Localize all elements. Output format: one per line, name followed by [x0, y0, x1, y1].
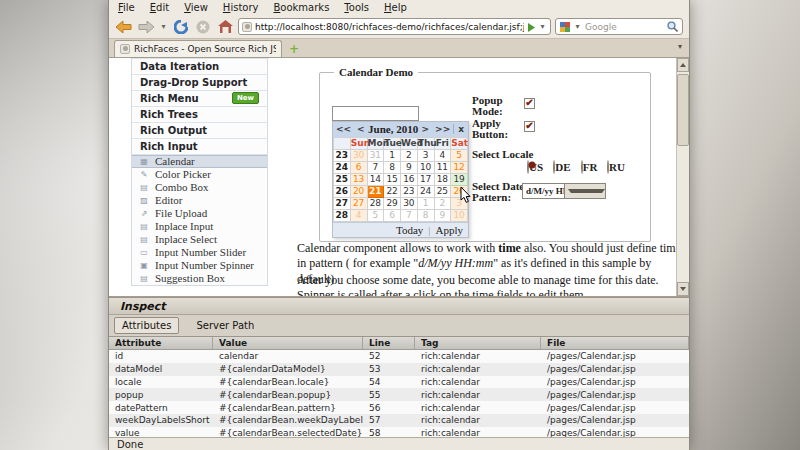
- locale-option-us[interactable]: US: [522, 161, 548, 173]
- search-placeholder[interactable]: Google: [585, 22, 664, 32]
- menu-help[interactable]: Help: [384, 2, 407, 13]
- day-cell-29[interactable]: 29: [384, 197, 401, 209]
- sidebar-item-inplace-input[interactable]: ▤Inplace Input: [132, 220, 267, 233]
- day-cell-12[interactable]: 12: [451, 161, 468, 173]
- tab-richfaces[interactable]: RichFaces - Open Source Rich JS...: [114, 40, 282, 57]
- sidebar-group-data-iteration[interactable]: Data Iteration: [132, 59, 267, 75]
- tab-attributes[interactable]: Attributes: [114, 317, 179, 334]
- date-pattern-select[interactable]: d/M/yy HH:mm: [522, 183, 606, 199]
- day-cell-31[interactable]: 31: [367, 149, 384, 161]
- day-cell-22[interactable]: 22: [384, 185, 401, 197]
- day-cell-19[interactable]: 19: [451, 173, 468, 185]
- locale-radio-fr[interactable]: [581, 160, 583, 174]
- day-cell-5[interactable]: 5: [367, 209, 384, 221]
- sidebar-group-rich-trees[interactable]: Rich Trees: [132, 107, 267, 123]
- menu-edit[interactable]: Edit: [150, 2, 169, 13]
- day-cell-16[interactable]: 16: [401, 173, 418, 185]
- day-cell-30[interactable]: 30: [401, 197, 418, 209]
- day-cell-7[interactable]: 7: [401, 209, 418, 221]
- next-year-button[interactable]: >>: [432, 124, 453, 134]
- list-all-tabs-icon[interactable]: ▾: [671, 42, 689, 57]
- day-cell-28[interactable]: 28: [367, 197, 384, 209]
- day-cell-1[interactable]: 1: [384, 149, 401, 161]
- day-cell-6[interactable]: 6: [384, 209, 401, 221]
- sidebar-item-input-number-slider[interactable]: ▭Input Number Slider: [132, 246, 267, 259]
- apply-button[interactable]: Apply: [436, 224, 464, 236]
- column-file[interactable]: File: [541, 337, 689, 349]
- sidebar-item-suggestion-box[interactable]: ▤Suggestion Box: [132, 272, 267, 285]
- day-cell-17[interactable]: 17: [417, 173, 434, 185]
- day-cell-24[interactable]: 24: [417, 185, 434, 197]
- sidebar-item-inplace-select[interactable]: ▤Inplace Select: [132, 233, 267, 246]
- day-cell-2[interactable]: 2: [401, 149, 418, 161]
- sidebar-item-file-upload[interactable]: ⇗File Upload: [132, 207, 267, 220]
- menu-file[interactable]: File: [118, 2, 135, 13]
- day-cell-10[interactable]: 10: [451, 209, 468, 221]
- day-cell-4[interactable]: 4: [434, 149, 451, 161]
- date-input-field[interactable]: [332, 106, 419, 121]
- popup-mode-checkbox[interactable]: ✔: [524, 98, 535, 109]
- day-cell-21[interactable]: 21: [367, 185, 384, 197]
- day-cell-27[interactable]: 27: [350, 197, 367, 209]
- day-cell-2[interactable]: 2: [434, 197, 451, 209]
- menu-view[interactable]: View: [184, 2, 208, 13]
- day-cell-23[interactable]: 23: [401, 185, 418, 197]
- history-dropdown-icon[interactable]: ▾: [159, 22, 168, 31]
- url-bar[interactable]: http://localhost:8080/richfaces-demo/ric…: [238, 18, 551, 35]
- table-row[interactable]: locale#{calendarBean.locale}54rich:calen…: [109, 376, 689, 389]
- sidebar-group-drag-drop-support[interactable]: Drag-Drop Support: [132, 75, 267, 91]
- locale-radio-us[interactable]: [527, 160, 529, 174]
- column-attribute[interactable]: Attribute: [109, 337, 213, 349]
- day-cell-6[interactable]: 6: [350, 161, 367, 173]
- day-cell-14[interactable]: 14: [367, 173, 384, 185]
- menu-bookmarks[interactable]: Bookmarks: [273, 2, 329, 13]
- today-button[interactable]: Today: [396, 224, 423, 236]
- sidebar-item-color-picker[interactable]: ✎Color Picker: [132, 168, 267, 181]
- search-bar[interactable]: ▾ Google: [555, 18, 683, 35]
- table-row[interactable]: idcalendar52rich:calendar/pages/Calendar…: [109, 350, 689, 363]
- day-cell-4[interactable]: 4: [350, 209, 367, 221]
- day-cell-20[interactable]: 20: [350, 185, 367, 197]
- url-dropdown-icon[interactable]: ▾: [538, 22, 547, 31]
- day-cell-9[interactable]: 9: [434, 209, 451, 221]
- scrollbar-thumb[interactable]: [677, 74, 689, 146]
- day-cell-8[interactable]: 8: [384, 161, 401, 173]
- prev-month-button[interactable]: <: [354, 124, 368, 134]
- column-tag[interactable]: Tag: [415, 337, 541, 349]
- sidebar-item-input-number-spinner[interactable]: ▣Input Number Spinner: [132, 259, 267, 272]
- locale-option-ru[interactable]: RU: [603, 161, 629, 173]
- day-cell-13[interactable]: 13: [350, 173, 367, 185]
- search-engine-dropdown-icon[interactable]: ▾: [573, 22, 582, 31]
- new-tab-icon[interactable]: +: [286, 42, 302, 57]
- column-value[interactable]: Value: [213, 337, 363, 349]
- forward-icon[interactable]: [137, 18, 155, 36]
- apply-button-checkbox[interactable]: ✔: [524, 121, 535, 132]
- day-cell-3[interactable]: 3: [417, 149, 434, 161]
- sidebar-item-editor[interactable]: ▨Editor: [132, 194, 267, 207]
- day-cell-8[interactable]: 8: [417, 209, 434, 221]
- table-row[interactable]: weekDayLabelsShort#{calendarBean.weekDay…: [109, 414, 689, 427]
- table-row[interactable]: value#{calendarBean.selectedDate}58rich:…: [109, 427, 689, 437]
- page-scrollbar[interactable]: [676, 58, 689, 296]
- back-icon[interactable]: [115, 18, 133, 36]
- sidebar-group-rich-menu[interactable]: Rich MenuNew: [132, 91, 267, 107]
- sidebar-item-combo-box[interactable]: ▤Combo Box: [132, 181, 267, 194]
- day-cell-7[interactable]: 7: [367, 161, 384, 173]
- day-cell-18[interactable]: 18: [434, 173, 451, 185]
- column-line[interactable]: Line: [363, 337, 415, 349]
- sidebar-group-rich-input[interactable]: Rich Input: [132, 139, 267, 155]
- scroll-up-icon[interactable]: [677, 58, 689, 72]
- day-cell-5[interactable]: 5: [451, 149, 468, 161]
- go-icon[interactable]: [527, 17, 536, 36]
- day-cell-1[interactable]: 1: [417, 197, 434, 209]
- day-cell-15[interactable]: 15: [384, 173, 401, 185]
- scroll-down-icon[interactable]: [677, 282, 689, 296]
- tab-server-path[interactable]: Server Path: [189, 318, 261, 333]
- day-cell-10[interactable]: 10: [417, 161, 434, 173]
- sidebar-item-calendar[interactable]: ▦Calendar: [132, 155, 267, 168]
- locale-option-fr[interactable]: FR: [576, 161, 602, 173]
- url-text[interactable]: http://localhost:8080/richfaces-demo/ric…: [255, 22, 524, 32]
- home-icon[interactable]: [216, 18, 234, 36]
- magnifier-icon[interactable]: [667, 17, 678, 36]
- locale-radio-ru[interactable]: [607, 160, 609, 174]
